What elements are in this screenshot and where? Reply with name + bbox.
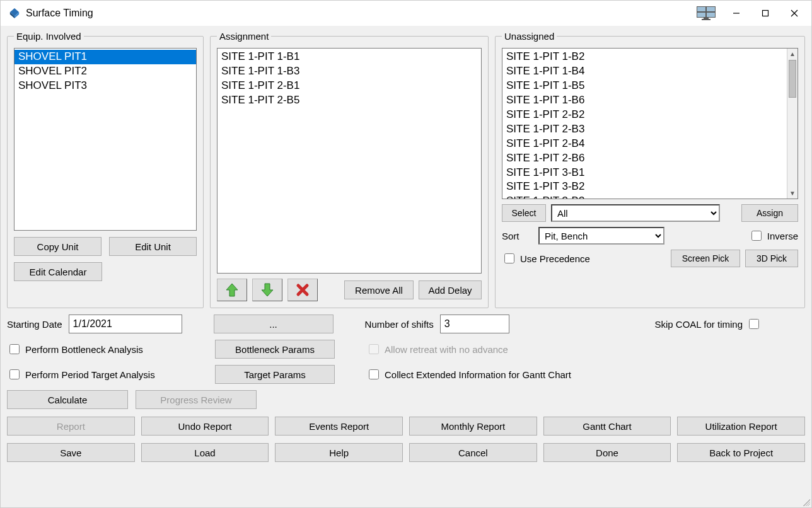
use-precedence-checkbox-input[interactable]: [504, 253, 514, 263]
allow-retreat-label: Allow retreat with no advance: [385, 344, 508, 355]
list-item[interactable]: SHOVEL PIT2: [14, 64, 196, 79]
3d-pick-button[interactable]: 3D Pick: [745, 250, 798, 267]
events-report-button[interactable]: Events Report: [275, 417, 403, 436]
back-to-project-button[interactable]: Back to Project: [677, 443, 805, 462]
cancel-button[interactable]: Cancel: [409, 443, 537, 462]
resize-grip[interactable]: [801, 497, 810, 506]
inverse-checkbox[interactable]: Inverse: [749, 229, 798, 243]
perform-target-checkbox[interactable]: Perform Period Target Analysis: [7, 367, 209, 381]
list-item[interactable]: SITE 1-PIT 1-B4: [502, 64, 787, 79]
sort-combo[interactable]: Pit, Bench: [538, 227, 664, 245]
add-delay-button[interactable]: Add Delay: [419, 280, 482, 299]
list-item[interactable]: SITE 1-PIT 1-B6: [502, 93, 787, 108]
allow-retreat-checkbox: Allow retreat with no advance: [366, 342, 508, 356]
unassigned-legend: Unassigned: [502, 31, 557, 42]
assignment-listbox[interactable]: SITE 1-PIT 1-B1 SITE 1-PIT 1-B3 SITE 1-P…: [217, 48, 482, 274]
num-shifts-label: Number of shifts: [365, 319, 434, 330]
list-item[interactable]: SITE 1-PIT 3-B3: [502, 194, 787, 199]
unassigned-panel: Unassigned SITE 1-PIT 1-B2 SITE 1-PIT 1-…: [495, 31, 805, 308]
ellipsis-button[interactable]: ...: [214, 315, 334, 333]
x-delete-icon: [296, 283, 310, 297]
move-down-button[interactable]: [252, 279, 282, 301]
edit-calendar-button[interactable]: Edit Calendar: [14, 262, 102, 281]
save-button[interactable]: Save: [7, 443, 135, 462]
copy-unit-button[interactable]: Copy Unit: [14, 237, 102, 256]
allow-retreat-checkbox-input: [369, 344, 379, 354]
list-item[interactable]: SHOVEL PIT3: [14, 79, 196, 93]
monthly-report-button[interactable]: Monthly Report: [409, 417, 537, 436]
num-shifts-input[interactable]: [440, 315, 509, 333]
bottleneck-params-button[interactable]: Bottleneck Params: [215, 340, 335, 359]
list-item[interactable]: SITE 1-PIT 2-B4: [502, 137, 787, 151]
perform-target-checkbox-input[interactable]: [9, 369, 20, 379]
equip-panel: Equip. Involved SHOVEL PIT1 SHOVEL PIT2 …: [7, 31, 204, 308]
list-item[interactable]: SITE 1-PIT 3-B2: [502, 180, 787, 194]
use-precedence-checkbox[interactable]: Use Precedence: [502, 251, 590, 265]
list-item[interactable]: SITE 1-PIT 2-B3: [502, 122, 787, 137]
list-item[interactable]: SITE 1-PIT 2-B6: [502, 151, 787, 166]
assignment-panel: Assignment SITE 1-PIT 1-B1 SITE 1-PIT 1-…: [210, 31, 489, 308]
inverse-checkbox-input[interactable]: [751, 231, 762, 241]
unassigned-listbox[interactable]: SITE 1-PIT 1-B2 SITE 1-PIT 1-B4 SITE 1-P…: [502, 48, 798, 199]
move-up-button[interactable]: [217, 279, 247, 301]
report-button: Report: [7, 417, 135, 436]
assign-button[interactable]: Assign: [741, 204, 798, 222]
window: Surface Timing: [0, 0, 812, 508]
list-item[interactable]: SITE 1-PIT 1-B5: [502, 79, 787, 93]
undo-report-button[interactable]: Undo Report: [141, 417, 269, 436]
list-item[interactable]: SITE 1-PIT 1-B1: [218, 50, 481, 64]
starting-date-label: Starting Date: [7, 319, 62, 330]
screen-pick-button[interactable]: Screen Pick: [671, 250, 740, 267]
close-button[interactable]: [780, 3, 809, 23]
monitor-icon[interactable]: [694, 4, 718, 23]
select-filter-combo[interactable]: All: [551, 204, 720, 222]
list-item[interactable]: SITE 1-PIT 2-B5: [218, 93, 481, 108]
list-item[interactable]: SITE 1-PIT 1-B2: [502, 50, 787, 64]
use-precedence-label: Use Precedence: [520, 253, 590, 264]
edit-unit-button[interactable]: Edit Unit: [109, 237, 197, 256]
load-button[interactable]: Load: [141, 443, 269, 462]
minimize-button[interactable]: [722, 3, 751, 23]
scroll-up-icon[interactable]: ▲: [787, 49, 798, 59]
remove-button[interactable]: [287, 279, 318, 301]
maximize-button[interactable]: [751, 3, 780, 23]
list-item[interactable]: SITE 1-PIT 3-B1: [502, 166, 787, 180]
list-item[interactable]: SHOVEL PIT1: [14, 50, 196, 64]
utilization-report-button[interactable]: Utilization Report: [677, 417, 805, 436]
done-button[interactable]: Done: [543, 443, 671, 462]
sort-label: Sort: [502, 231, 533, 241]
perform-bottleneck-checkbox[interactable]: Perform Bottleneck Analysis: [7, 342, 209, 356]
window-title: Surface Timing: [26, 8, 93, 19]
arrow-up-icon: [224, 282, 240, 298]
scroll-thumb[interactable]: [789, 60, 796, 98]
starting-date-input[interactable]: [69, 315, 182, 333]
select-button[interactable]: Select: [502, 204, 546, 222]
titlebar: Surface Timing: [1, 1, 811, 26]
list-item[interactable]: SITE 1-PIT 2-B2: [502, 108, 787, 122]
scrollbar[interactable]: ▲ ▼: [787, 49, 798, 199]
target-params-button[interactable]: Target Params: [215, 365, 335, 384]
svg-rect-8: [704, 18, 709, 19]
svg-rect-5: [707, 7, 715, 11]
skip-coal-label: Skip COAL for timing: [655, 319, 743, 330]
collect-gantt-checkbox[interactable]: Collect Extended Information for Gantt C…: [366, 367, 571, 381]
help-button[interactable]: Help: [275, 443, 403, 462]
skip-coal-checkbox[interactable]: Skip COAL for timing: [655, 317, 762, 331]
svg-rect-9: [702, 19, 710, 20]
list-item[interactable]: SITE 1-PIT 2-B1: [218, 79, 481, 93]
calculate-button[interactable]: Calculate: [7, 390, 128, 409]
perform-target-label: Perform Period Target Analysis: [25, 369, 155, 380]
equip-listbox[interactable]: SHOVEL PIT1 SHOVEL PIT2 SHOVEL PIT3: [14, 48, 197, 231]
scroll-down-icon[interactable]: ▼: [787, 188, 798, 199]
gantt-chart-button[interactable]: Gantt Chart: [543, 417, 671, 436]
list-item[interactable]: SITE 1-PIT 1-B3: [218, 64, 481, 79]
perform-bottleneck-checkbox-input[interactable]: [9, 344, 20, 354]
equip-legend: Equip. Involved: [14, 31, 84, 42]
collect-gantt-label: Collect Extended Information for Gantt C…: [385, 369, 571, 380]
skip-coal-checkbox-input[interactable]: [749, 319, 759, 329]
app-icon: [8, 7, 21, 20]
arrow-down-icon: [259, 282, 276, 298]
collect-gantt-checkbox-input[interactable]: [369, 369, 379, 379]
remove-all-button[interactable]: Remove All: [344, 280, 414, 299]
svg-rect-6: [697, 13, 705, 17]
